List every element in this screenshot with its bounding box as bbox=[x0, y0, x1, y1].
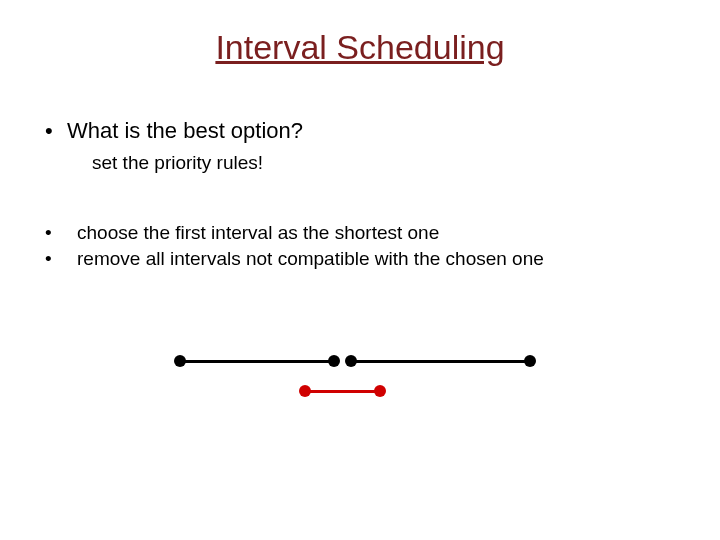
bullet-dot-icon: • bbox=[45, 248, 77, 270]
slide-title: Interval Scheduling bbox=[0, 28, 720, 67]
bullet-dot-icon: • bbox=[45, 118, 67, 144]
bullet-dot-icon: • bbox=[45, 222, 77, 244]
endpoint-icon bbox=[299, 385, 311, 397]
interval-black-right bbox=[351, 360, 530, 363]
sub-line: set the priority rules! bbox=[92, 152, 263, 174]
bullet-step-1: •choose the first interval as the shorte… bbox=[45, 222, 439, 244]
endpoint-icon bbox=[328, 355, 340, 367]
interval-diagram bbox=[0, 340, 720, 440]
endpoint-icon bbox=[524, 355, 536, 367]
bullet-main: •What is the best option? bbox=[45, 118, 303, 144]
bullet-main-text: What is the best option? bbox=[67, 118, 303, 143]
endpoint-icon bbox=[345, 355, 357, 367]
step1-text: choose the first interval as the shortes… bbox=[77, 222, 439, 243]
slide: Interval Scheduling •What is the best op… bbox=[0, 0, 720, 540]
step2-text: remove all intervals not compatible with… bbox=[77, 248, 544, 269]
endpoint-icon bbox=[174, 355, 186, 367]
interval-red bbox=[305, 390, 380, 393]
interval-black-left bbox=[180, 360, 334, 363]
endpoint-icon bbox=[374, 385, 386, 397]
bullet-step-2: •remove all intervals not compatible wit… bbox=[45, 248, 544, 270]
